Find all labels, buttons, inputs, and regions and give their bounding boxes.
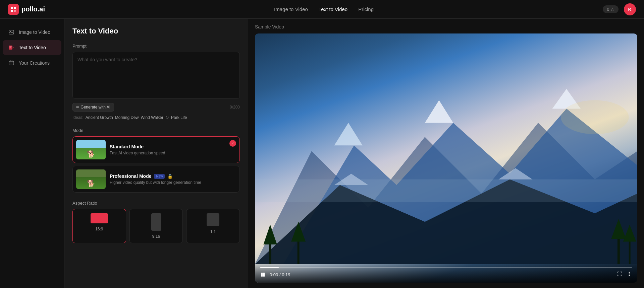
fullscreen-button[interactable] bbox=[617, 271, 623, 278]
aspect-card-16-9[interactable]: 16:9 bbox=[72, 209, 126, 243]
avatar[interactable]: K bbox=[624, 3, 636, 15]
video-section-title: Sample Video bbox=[255, 24, 637, 29]
svg-rect-3 bbox=[14, 10, 16, 12]
aspect-label-1-1: 1:1 bbox=[210, 229, 216, 234]
mode-card-professional[interactable]: 🐕 Professional Mode New 🔒 Higher video q… bbox=[72, 166, 240, 193]
svg-rect-16 bbox=[255, 179, 637, 202]
svg-rect-18 bbox=[269, 241, 271, 264]
lock-icon: 🔒 bbox=[167, 174, 173, 179]
idea-chip-3[interactable]: Park Life bbox=[171, 115, 187, 120]
svg-rect-20 bbox=[298, 239, 300, 264]
svg-point-29 bbox=[629, 274, 630, 275]
progress-bar[interactable] bbox=[260, 267, 632, 268]
svg-rect-22 bbox=[618, 236, 620, 264]
generate-with-ai-button[interactable]: ✏ Generate with AI bbox=[72, 103, 114, 112]
video-controls: 0:00 / 0:19 bbox=[255, 263, 637, 283]
aspect-ratio-section: Aspect Ratio 16:9 9:16 1:1 bbox=[72, 201, 240, 243]
ideas-row: Ideas: Ancient Growth Morning Dew Wind W… bbox=[72, 115, 240, 120]
svg-point-28 bbox=[629, 272, 630, 273]
idea-chip-0[interactable]: Ancient Growth bbox=[86, 115, 113, 120]
nav-text-to-video[interactable]: Text to Video bbox=[319, 6, 347, 12]
svg-point-17 bbox=[561, 100, 629, 134]
pause-button[interactable] bbox=[260, 272, 266, 277]
svg-rect-4 bbox=[9, 30, 14, 34]
mode-thumbnail-standard: 🐕 bbox=[76, 140, 106, 159]
sidebar: Image to Video Text to Video Your Crea bbox=[0, 19, 64, 288]
new-badge: New bbox=[154, 174, 165, 179]
idea-chip-2[interactable]: Wind Walker bbox=[141, 115, 163, 120]
aspect-preview-1-1 bbox=[207, 213, 219, 226]
sidebar-label-your-creations: Your Creations bbox=[19, 60, 50, 66]
prompt-section: Prompt ✏ Generate with AI 0/200 Ideas: A… bbox=[72, 44, 240, 120]
sidebar-label-text-to-video: Text to Video bbox=[19, 45, 46, 50]
mode-name-standard: Standard Mode bbox=[110, 144, 236, 149]
header-nav: Image to Video Text to Video Pricing bbox=[274, 6, 374, 12]
video-background bbox=[255, 33, 637, 283]
main-layout: Image to Video Text to Video Your Crea bbox=[0, 19, 644, 288]
svg-point-30 bbox=[629, 275, 630, 276]
mode-info-professional: Professional Mode New 🔒 Higher video qua… bbox=[110, 173, 236, 185]
image-to-video-icon bbox=[8, 29, 15, 35]
header: pollo.ai Image to Video Text to Video Pr… bbox=[0, 0, 644, 19]
char-count: 0/200 bbox=[230, 105, 240, 110]
idea-chip-1[interactable]: Morning Dew bbox=[115, 115, 139, 120]
svg-marker-12 bbox=[334, 123, 362, 146]
credits-badge: 0 ☆ bbox=[603, 5, 619, 13]
video-container: 0:00 / 0:19 bbox=[255, 33, 637, 283]
svg-rect-27 bbox=[263, 273, 265, 277]
header-right: 0 ☆ K bbox=[603, 3, 636, 15]
svg-rect-24 bbox=[629, 240, 631, 264]
mode-thumbnail-professional: 🐕 bbox=[76, 169, 106, 189]
nav-image-to-video[interactable]: Image to Video bbox=[274, 6, 308, 12]
mode-info-standard: Standard Mode Fast AI video generation s… bbox=[110, 144, 236, 155]
sidebar-item-image-to-video[interactable]: Image to Video bbox=[3, 25, 61, 40]
svg-rect-26 bbox=[261, 273, 263, 277]
ideas-label: Ideas: bbox=[72, 115, 84, 120]
aspect-card-9-16[interactable]: 9:16 bbox=[129, 209, 183, 243]
svg-rect-0 bbox=[11, 7, 13, 9]
selected-indicator-standard: ✓ bbox=[229, 140, 236, 147]
nav-pricing[interactable]: Pricing bbox=[358, 6, 374, 12]
text-to-video-icon bbox=[8, 44, 15, 51]
aspect-ratio-label: Aspect Ratio bbox=[72, 201, 240, 206]
content-panel: Text to Video Prompt ✏ Generate with AI … bbox=[64, 19, 248, 288]
sidebar-item-text-to-video[interactable]: Text to Video bbox=[3, 40, 61, 55]
aspect-preview-9-16 bbox=[151, 213, 161, 231]
mode-desc-professional: Higher video quality but with longer gen… bbox=[110, 180, 236, 185]
logo-icon bbox=[8, 4, 19, 15]
controls-row: 0:00 / 0:19 bbox=[260, 271, 632, 278]
prompt-textarea[interactable] bbox=[72, 52, 240, 99]
svg-rect-6 bbox=[9, 46, 12, 50]
aspect-ratio-grid: 16:9 9:16 1:1 bbox=[72, 209, 240, 243]
aspect-label-9-16: 9:16 bbox=[152, 234, 160, 239]
panel-title: Text to Video bbox=[72, 27, 240, 35]
logo-text: pollo.ai bbox=[21, 5, 45, 13]
aspect-card-1-1[interactable]: 1:1 bbox=[186, 209, 240, 243]
refresh-ideas-icon[interactable]: ↻ bbox=[165, 115, 169, 120]
your-creations-icon bbox=[8, 60, 15, 66]
aspect-preview-16-9 bbox=[91, 213, 108, 223]
mode-name-professional: Professional Mode New 🔒 bbox=[110, 173, 236, 179]
mode-label: Mode bbox=[72, 128, 240, 133]
mode-desc-standard: Fast AI video generation speed bbox=[110, 151, 236, 155]
controls-left: 0:00 / 0:19 bbox=[260, 272, 290, 277]
logo[interactable]: pollo.ai bbox=[8, 4, 45, 15]
prompt-label: Prompt bbox=[72, 44, 240, 49]
mode-section: Mode 🐕 Standard Mode Fast AI video gener… bbox=[72, 128, 240, 193]
svg-marker-10 bbox=[425, 100, 453, 123]
sidebar-label-image-to-video: Image to Video bbox=[19, 29, 50, 35]
controls-right bbox=[617, 271, 632, 278]
svg-rect-1 bbox=[14, 7, 16, 9]
video-panel: Sample Video bbox=[248, 19, 644, 288]
sidebar-item-your-creations[interactable]: Your Creations bbox=[3, 56, 61, 70]
svg-rect-2 bbox=[11, 10, 13, 12]
mode-card-standard[interactable]: 🐕 Standard Mode Fast AI video generation… bbox=[72, 136, 240, 163]
time-display: 0:00 / 0:19 bbox=[270, 272, 290, 277]
more-options-button[interactable] bbox=[627, 271, 632, 278]
progress-bar-fill bbox=[260, 267, 279, 268]
aspect-label-16-9: 16:9 bbox=[95, 227, 103, 231]
